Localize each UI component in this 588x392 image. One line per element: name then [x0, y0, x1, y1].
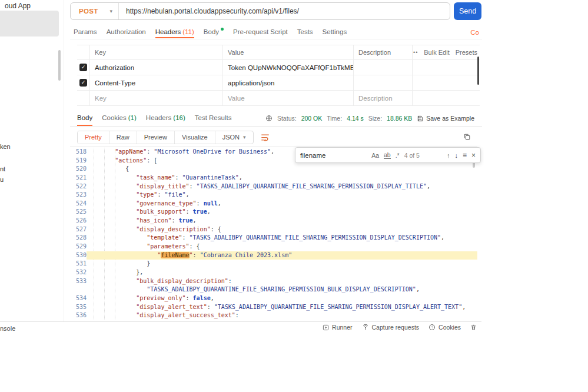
status-label: Status:	[277, 115, 297, 122]
runner-label: Runner	[332, 324, 352, 331]
save-as-example-label: Save as Example	[426, 115, 474, 122]
view-visualize-button[interactable]: Visualize	[174, 131, 215, 144]
response-body-viewer[interactable]: 518 "appName": "Microsoft OneDrive for B…	[70, 148, 477, 320]
code-line: 528 "template": "TASKS_ADALIBPY_QUARANTI…	[70, 234, 477, 242]
tab-headers-count: (11)	[182, 28, 194, 35]
wrap-lines-icon[interactable]	[261, 134, 270, 141]
whole-word-icon[interactable]: ab	[384, 151, 391, 159]
view-preview-button[interactable]: Preview	[137, 131, 174, 144]
header-key-cell[interactable]: Authorization	[90, 60, 223, 75]
value-placeholder[interactable]: Value	[223, 91, 354, 106]
send-button[interactable]: Send	[454, 2, 481, 20]
method-selector[interactable]: POST ▾	[71, 3, 119, 19]
size-value: 18.86 KB	[387, 115, 412, 122]
cookies-label: Cookies	[438, 324, 461, 331]
code-line: 535 "display_alert_text": "TASKS_ADALIBP…	[70, 303, 477, 312]
response-tab-cookies[interactable]: Cookies(1)	[102, 113, 137, 126]
time-value: 4.14 s	[347, 115, 364, 122]
bulk-edit-button[interactable]: Bulk Edit	[424, 49, 449, 56]
find-menu-icon[interactable]: ≡	[463, 151, 467, 160]
request-tabs: Params Authorization Headers(11) Body Pr…	[74, 27, 347, 38]
code-line: 522 "display_title": "TASKS_ADALIBPY_QUA…	[70, 182, 477, 191]
response-tabs: Body Cookies(1) Headers(16) Test Results	[77, 113, 231, 126]
description-placeholder[interactable]: Description	[354, 91, 413, 106]
more-actions-icon[interactable]: •••	[413, 49, 418, 55]
cookies-link-partial[interactable]: Co	[470, 29, 479, 36]
response-tab-headers[interactable]: Headers(16)	[146, 113, 185, 126]
regex-icon[interactable]: .*	[396, 152, 400, 159]
code-line: 525 "bulk_support": true,	[70, 208, 477, 217]
presets-button[interactable]: Presets	[456, 49, 477, 56]
copy-icon[interactable]	[463, 133, 471, 141]
checkbox-checked[interactable]: ✓	[79, 79, 87, 87]
headers-table: Key Value Description ••• Bulk Edit Pres…	[77, 45, 480, 106]
view-pretty-button[interactable]: Pretty	[78, 131, 109, 144]
footer-bar: nsole Runner Capture requests Cookies	[0, 321, 481, 333]
code-lines: 518 "appName": "Microsoft OneDrive for B…	[70, 148, 477, 320]
body-green-dot	[221, 28, 224, 31]
save-as-example-button[interactable]: Save as Example	[417, 115, 474, 122]
capture-requests-label: Capture requests	[372, 324, 420, 331]
url-input[interactable]: https://nebulan.portal.cloudappsecurity.…	[119, 3, 450, 19]
response-tab-headers-label: Headers	[146, 114, 171, 121]
console-fragment[interactable]: nsole	[0, 325, 15, 332]
code-line: 534 "preview_only": false,	[70, 294, 477, 303]
left-scrollbar[interactable]	[58, 50, 61, 81]
table-scrollbar[interactable]	[477, 57, 479, 85]
checkbox-cell	[77, 91, 90, 106]
close-icon[interactable]: ×	[471, 151, 476, 160]
runner-button[interactable]: Runner	[323, 324, 352, 331]
header-description-cell[interactable]	[354, 75, 413, 91]
tab-pre-request-script[interactable]: Pre-request Script	[233, 27, 288, 38]
format-selector[interactable]: JSON▾	[215, 131, 253, 144]
footer-actions: Runner Capture requests Cookies	[323, 324, 477, 331]
method-label: POST	[79, 8, 98, 15]
code-line: 524 "governance_type": null,	[70, 200, 477, 208]
match-counter: 4 of 5	[404, 152, 420, 159]
code-line: 533 "bulk_display_description":	[70, 277, 477, 286]
view-raw-button[interactable]: Raw	[109, 131, 137, 144]
cookies-button[interactable]: Cookies	[428, 324, 461, 331]
find-overlay: filename Aa ab .* 4 of 5 ↑ ↓ ≡ ×	[295, 147, 481, 163]
next-match-icon[interactable]: ↓	[454, 152, 458, 159]
capture-requests-icon	[362, 324, 369, 331]
tab-settings[interactable]: Settings	[323, 27, 347, 38]
header-value-cell[interactable]: application/json	[223, 75, 354, 91]
code-line: 527 "display_description": {	[70, 225, 477, 234]
header-value-cell[interactable]: Token QUpNWkNOQQFaXAFfQF1bTkMBTENA...	[223, 60, 354, 75]
response-tab-body[interactable]: Body	[77, 113, 92, 126]
background-fragment-block	[0, 11, 59, 36]
request-url-bar: POST ▾ https://nebulan.portal.cloudappse…	[70, 2, 450, 20]
table-row-empty: Key Value Description	[77, 91, 480, 106]
column-header-key: Key	[90, 45, 223, 60]
checkbox-checked[interactable]: ✓	[79, 64, 87, 71]
header-description-cell[interactable]	[354, 60, 413, 75]
response-tab-test-results[interactable]: Test Results	[195, 113, 232, 126]
tab-tests[interactable]: Tests	[297, 27, 313, 38]
background-fragment-2: nt	[0, 165, 5, 172]
tab-authorization[interactable]: Authorization	[107, 27, 146, 38]
format-label: JSON	[222, 131, 240, 144]
previous-match-icon[interactable]: ↑	[447, 152, 450, 159]
code-line: 536 "display_alert_success_text":	[70, 311, 477, 320]
time-label: Time:	[327, 115, 342, 122]
search-input[interactable]: filename	[300, 152, 357, 159]
tab-headers[interactable]: Headers(11)	[155, 27, 194, 38]
checkbox-cell: ✓	[77, 75, 90, 91]
tab-body-label: Body	[204, 28, 219, 35]
chevron-down-icon: ▾	[109, 8, 112, 14]
code-line: 521 "task_name": "QuarantineTask",	[70, 174, 477, 182]
capture-requests-button[interactable]: Capture requests	[362, 324, 420, 331]
key-placeholder[interactable]: Key	[90, 91, 223, 106]
screen: oud App ken nt u POST ▾ https://nebulan.…	[0, 0, 588, 392]
code-line: "TASKS_ADALIBPY_QUARANTINE_FILE_SHARING_…	[70, 285, 477, 294]
tab-params[interactable]: Params	[74, 27, 97, 38]
tab-body[interactable]: Body	[204, 27, 224, 38]
row-actions	[413, 75, 480, 91]
header-key-cell[interactable]: Content-Type	[90, 75, 223, 91]
response-status-cluster: Status: 200 OK Time: 4.14 s Size: 18.86 …	[265, 115, 474, 122]
row-actions	[413, 60, 480, 75]
network-globe-icon[interactable]	[265, 115, 273, 122]
match-case-icon[interactable]: Aa	[371, 152, 379, 159]
trash-button[interactable]	[470, 324, 477, 331]
